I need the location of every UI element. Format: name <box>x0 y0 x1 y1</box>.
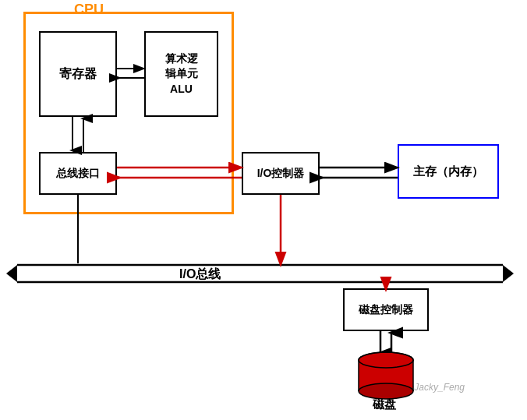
disk-label: 磁盘 <box>373 397 396 412</box>
io-bus-label: I/O总线 <box>179 266 221 283</box>
disk-controller-box: 磁盘控制器 <box>343 288 429 331</box>
svg-marker-6 <box>6 265 17 282</box>
diagram: CPU 寄存器 算术逻 辑单元 ALU 总线接口 I/O控制器 主存（内存） 磁… <box>0 0 527 420</box>
svg-marker-7 <box>503 265 514 282</box>
register-box: 寄存器 <box>39 31 117 117</box>
io-controller-box: I/O控制器 <box>242 152 320 195</box>
bus-interface-box: 总线接口 <box>39 152 117 195</box>
disk-cylinder <box>355 351 417 401</box>
svg-point-21 <box>359 383 413 399</box>
alu-box: 算术逻 辑单元 ALU <box>144 31 218 117</box>
main-memory-box: 主存（内存） <box>398 144 499 199</box>
